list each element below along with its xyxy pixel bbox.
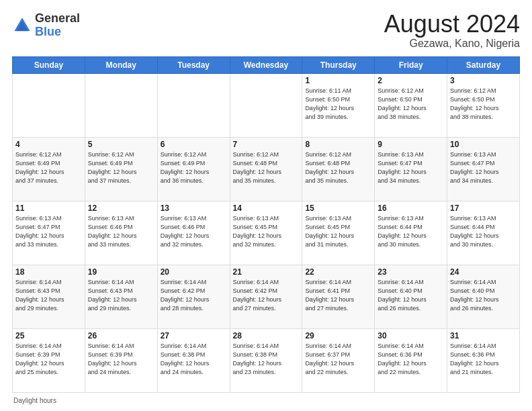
calendar-week-row: 4Sunrise: 6:12 AMSunset: 6:49 PMDaylight…: [13, 138, 520, 201]
col-sunday: Sunday: [13, 57, 85, 74]
day-info: Sunrise: 6:14 AMSunset: 6:41 PMDaylight:…: [305, 278, 371, 313]
day-number: 16: [378, 203, 444, 213]
table-row: 20Sunrise: 6:14 AMSunset: 6:42 PMDayligh…: [157, 265, 230, 329]
day-info: Sunrise: 6:14 AMSunset: 6:42 PMDaylight:…: [233, 278, 300, 313]
day-number: 24: [450, 267, 517, 277]
table-row: 31Sunrise: 6:14 AMSunset: 6:36 PMDayligh…: [447, 329, 520, 393]
table-row: 5Sunrise: 6:12 AMSunset: 6:49 PMDaylight…: [85, 138, 157, 201]
day-info: Sunrise: 6:13 AMSunset: 6:46 PMDaylight:…: [88, 214, 154, 249]
col-thursday: Thursday: [302, 57, 375, 74]
day-number: 2: [378, 76, 444, 85]
day-number: 11: [15, 203, 82, 213]
day-info: Sunrise: 6:12 AMSunset: 6:49 PMDaylight:…: [88, 150, 154, 185]
day-number: 8: [305, 140, 371, 149]
day-number: 10: [450, 140, 517, 149]
table-row: 7Sunrise: 6:12 AMSunset: 6:48 PMDaylight…: [230, 138, 302, 201]
table-row: 15Sunrise: 6:13 AMSunset: 6:45 PMDayligh…: [302, 201, 375, 265]
table-row: 18Sunrise: 6:14 AMSunset: 6:43 PMDayligh…: [13, 265, 85, 329]
day-number: 18: [15, 267, 82, 277]
table-row: 3Sunrise: 6:12 AMSunset: 6:50 PMDaylight…: [447, 74, 520, 138]
day-info: Sunrise: 6:14 AMSunset: 6:37 PMDaylight:…: [305, 342, 371, 377]
day-number: 26: [88, 331, 154, 340]
day-number: 6: [161, 140, 227, 149]
day-number: 12: [88, 203, 154, 213]
day-info: Sunrise: 6:14 AMSunset: 6:38 PMDaylight:…: [233, 342, 300, 377]
day-number: 4: [15, 140, 82, 149]
day-info: Sunrise: 6:13 AMSunset: 6:47 PMDaylight:…: [378, 150, 444, 185]
title-block: August 2024 Gezawa, Kano, Nigeria: [384, 12, 520, 50]
day-info: Sunrise: 6:12 AMSunset: 6:49 PMDaylight:…: [161, 150, 227, 185]
table-row: [230, 74, 302, 138]
day-info: Sunrise: 6:13 AMSunset: 6:44 PMDaylight:…: [378, 214, 444, 249]
table-row: 30Sunrise: 6:14 AMSunset: 6:36 PMDayligh…: [375, 329, 447, 393]
table-row: 1Sunrise: 6:11 AMSunset: 6:50 PMDaylight…: [302, 74, 375, 138]
table-row: 12Sunrise: 6:13 AMSunset: 6:46 PMDayligh…: [85, 201, 157, 265]
table-row: 19Sunrise: 6:14 AMSunset: 6:43 PMDayligh…: [85, 265, 157, 329]
table-row: 4Sunrise: 6:12 AMSunset: 6:49 PMDaylight…: [13, 138, 85, 201]
day-number: 7: [233, 140, 300, 149]
logo-general-text: General: [35, 11, 80, 25]
day-info: Sunrise: 6:11 AMSunset: 6:50 PMDaylight:…: [305, 87, 371, 122]
table-row: 22Sunrise: 6:14 AMSunset: 6:41 PMDayligh…: [302, 265, 375, 329]
day-number: 23: [378, 267, 444, 277]
day-info: Sunrise: 6:14 AMSunset: 6:43 PMDaylight:…: [15, 278, 82, 313]
day-number: 3: [450, 76, 517, 85]
table-row: 27Sunrise: 6:14 AMSunset: 6:38 PMDayligh…: [157, 329, 230, 393]
footer: Daylight hours: [12, 397, 520, 404]
day-number: 25: [15, 331, 82, 340]
day-info: Sunrise: 6:12 AMSunset: 6:48 PMDaylight:…: [233, 150, 300, 185]
day-info: Sunrise: 6:14 AMSunset: 6:40 PMDaylight:…: [378, 278, 444, 313]
day-info: Sunrise: 6:13 AMSunset: 6:47 PMDaylight:…: [15, 214, 82, 249]
day-info: Sunrise: 6:13 AMSunset: 6:44 PMDaylight:…: [450, 214, 517, 249]
table-row: 8Sunrise: 6:12 AMSunset: 6:48 PMDaylight…: [302, 138, 375, 201]
day-number: 21: [233, 267, 300, 277]
calendar-table: Sunday Monday Tuesday Wednesday Thursday…: [12, 56, 520, 393]
day-number: 29: [305, 331, 371, 340]
table-row: 29Sunrise: 6:14 AMSunset: 6:37 PMDayligh…: [302, 329, 375, 393]
table-row: 28Sunrise: 6:14 AMSunset: 6:38 PMDayligh…: [230, 329, 302, 393]
day-number: 30: [378, 331, 444, 340]
day-info: Sunrise: 6:14 AMSunset: 6:40 PMDaylight:…: [450, 278, 517, 313]
day-number: 19: [88, 267, 154, 277]
table-row: 6Sunrise: 6:12 AMSunset: 6:49 PMDaylight…: [157, 138, 230, 201]
day-info: Sunrise: 6:13 AMSunset: 6:46 PMDaylight:…: [161, 214, 227, 249]
page: General Blue August 2024 Gezawa, Kano, N…: [0, 0, 532, 411]
day-info: Sunrise: 6:14 AMSunset: 6:36 PMDaylight:…: [378, 342, 444, 377]
col-wednesday: Wednesday: [230, 57, 302, 74]
table-row: 25Sunrise: 6:14 AMSunset: 6:39 PMDayligh…: [13, 329, 85, 393]
table-row: [85, 74, 157, 138]
table-row: 13Sunrise: 6:13 AMSunset: 6:46 PMDayligh…: [157, 201, 230, 265]
day-info: Sunrise: 6:14 AMSunset: 6:36 PMDaylight:…: [450, 342, 517, 377]
logo-blue-text: Blue: [35, 25, 61, 38]
table-row: 23Sunrise: 6:14 AMSunset: 6:40 PMDayligh…: [375, 265, 447, 329]
location: Gezawa, Kano, Nigeria: [384, 38, 520, 50]
calendar-week-row: 25Sunrise: 6:14 AMSunset: 6:39 PMDayligh…: [13, 329, 520, 393]
calendar-week-row: 18Sunrise: 6:14 AMSunset: 6:43 PMDayligh…: [13, 265, 520, 329]
calendar-header-row: Sunday Monday Tuesday Wednesday Thursday…: [13, 57, 520, 74]
day-number: 13: [161, 203, 227, 213]
table-row: 11Sunrise: 6:13 AMSunset: 6:47 PMDayligh…: [13, 201, 85, 265]
day-number: 9: [378, 140, 444, 149]
table-row: 24Sunrise: 6:14 AMSunset: 6:40 PMDayligh…: [447, 265, 520, 329]
day-number: 15: [305, 203, 371, 213]
table-row: 14Sunrise: 6:13 AMSunset: 6:45 PMDayligh…: [230, 201, 302, 265]
table-row: 9Sunrise: 6:13 AMSunset: 6:47 PMDaylight…: [375, 138, 447, 201]
day-number: 22: [305, 267, 371, 277]
generalblue-logo-icon: [12, 15, 32, 36]
table-row: 2Sunrise: 6:12 AMSunset: 6:50 PMDaylight…: [375, 74, 447, 138]
day-number: 14: [233, 203, 300, 213]
table-row: 21Sunrise: 6:14 AMSunset: 6:42 PMDayligh…: [230, 265, 302, 329]
day-number: 17: [450, 203, 517, 213]
col-monday: Monday: [85, 57, 157, 74]
day-number: 31: [450, 331, 517, 340]
day-info: Sunrise: 6:12 AMSunset: 6:49 PMDaylight:…: [15, 150, 82, 185]
month-title: August 2024: [384, 12, 520, 36]
logo: General Blue: [12, 12, 80, 39]
table-row: 17Sunrise: 6:13 AMSunset: 6:44 PMDayligh…: [447, 201, 520, 265]
table-row: [157, 74, 230, 138]
calendar-week-row: 11Sunrise: 6:13 AMSunset: 6:47 PMDayligh…: [13, 201, 520, 265]
day-info: Sunrise: 6:13 AMSunset: 6:45 PMDaylight:…: [305, 214, 371, 249]
day-number: 1: [305, 76, 371, 85]
day-info: Sunrise: 6:14 AMSunset: 6:39 PMDaylight:…: [88, 342, 154, 377]
col-friday: Friday: [375, 57, 447, 74]
